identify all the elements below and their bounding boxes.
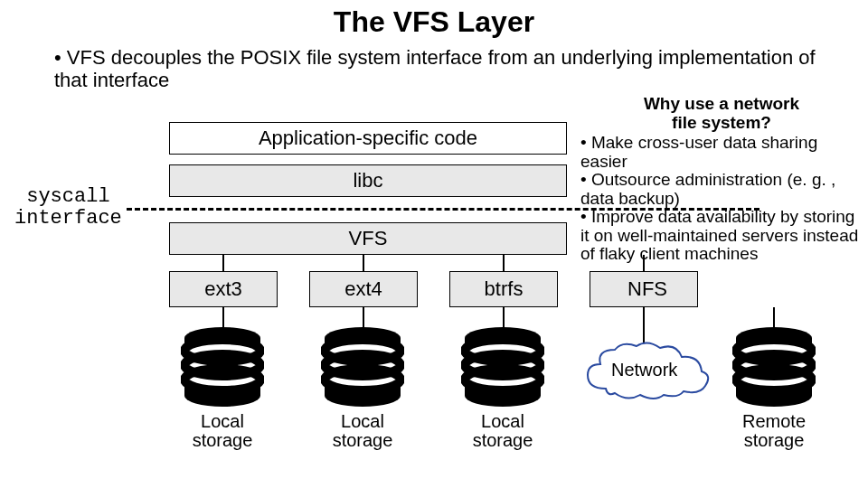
side-item-0: Make cross-user data sharing easier [580, 134, 866, 171]
side-heading: Why use a network file system? [577, 95, 866, 132]
app-box: Application-specific code [169, 122, 567, 155]
diagram-area: syscall interface Application-specific c… [0, 108, 868, 479]
ext4-box: ext4 [309, 271, 418, 307]
side-heading-l2: file system? [672, 113, 771, 132]
syscall-interface-label: syscall interface [14, 186, 122, 230]
page-title: The VFS Layer [0, 5, 868, 39]
syscall-l2: interface [14, 207, 122, 230]
storage-ext4: Localstorage [321, 325, 404, 450]
disk-icon [732, 325, 816, 408]
nfs-label: NFS [627, 277, 667, 301]
side-text: Why use a network file system? Make cros… [577, 95, 866, 264]
conn-vfs-ext4 [363, 255, 364, 271]
main-bullet: • VFS decouples the POSIX file system in… [54, 46, 868, 92]
storage-btrfs-label: Localstorage [461, 412, 544, 450]
storage-remote: Remotestorage [732, 325, 816, 450]
side-item-2: Improve data availability by storing it … [580, 208, 866, 264]
storage-btrfs: Localstorage [461, 325, 544, 450]
syscall-l1: syscall [26, 185, 109, 208]
side-item-1: Outsource administration (e. g. , data b… [580, 171, 866, 208]
main-bullet-text: VFS decouples the POSIX file system inte… [54, 46, 816, 91]
storage-ext4-label: Localstorage [321, 412, 404, 450]
ext3-box: ext3 [169, 271, 278, 307]
disk-icon [461, 325, 544, 408]
vfs-box: VFS [169, 222, 567, 255]
side-list: Make cross-user data sharing easier Outs… [577, 134, 866, 264]
btrfs-box: btrfs [449, 271, 558, 307]
conn-vfs-btrfs [503, 255, 505, 271]
conn-nfs-cloud [643, 307, 645, 343]
disk-icon [321, 325, 404, 408]
storage-remote-label: Remotestorage [732, 412, 816, 450]
disk-icon [181, 325, 264, 408]
side-heading-l1: Why use a network [644, 94, 799, 113]
storage-ext3: Localstorage [181, 325, 264, 450]
storage-ext3-label: Localstorage [181, 412, 264, 450]
cloud-label: Network [611, 360, 677, 380]
libc-box: libc [169, 164, 567, 197]
conn-vfs-ext3 [222, 255, 224, 271]
